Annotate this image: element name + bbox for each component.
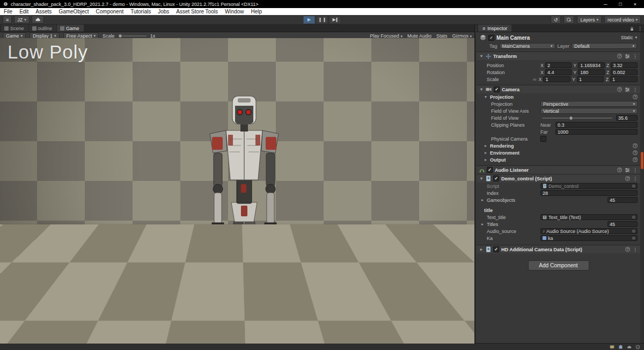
account-button[interactable]: JZ ▾ <box>14 16 30 24</box>
game-view[interactable]: Low Poly ‹ › <box>0 38 474 344</box>
gameobjects-row[interactable]: ▸ Gameobjects 45 <box>477 196 640 203</box>
foldout-icon[interactable]: ▸ <box>484 157 488 162</box>
foldout-icon[interactable]: ▾ <box>479 176 484 181</box>
object-picker-icon[interactable]: ⊙ <box>632 215 635 220</box>
rendering-foldout[interactable]: ▸ Rendering ? <box>477 142 640 149</box>
foldout-icon[interactable]: ▸ <box>484 150 488 155</box>
console-icon[interactable] <box>610 345 614 349</box>
rotation-z-field[interactable]: 0.002 <box>611 69 638 75</box>
object-picker-icon[interactable]: ⊙ <box>632 236 635 240</box>
near-field[interactable]: 0.3 <box>555 122 638 128</box>
menu-tutorials[interactable]: Tutorials <box>130 9 151 14</box>
fov-axis-dropdown[interactable]: Vertical▾ <box>540 108 638 114</box>
output-foldout[interactable]: ▸ Output ? <box>477 156 640 163</box>
mute-audio-button[interactable]: Mute Audio <box>407 33 431 39</box>
tab-scene[interactable]: Scene <box>1 25 28 32</box>
search-button[interactable] <box>564 16 574 24</box>
position-z-field[interactable]: 3.32 <box>611 62 638 68</box>
cloud-button[interactable] <box>32 16 44 24</box>
minimize-button[interactable]: ─ <box>604 2 607 7</box>
scale-z-field[interactable]: 1 <box>610 76 638 82</box>
gameobjects-size-field[interactable]: 45 <box>608 197 638 203</box>
scale-slider-knob[interactable] <box>118 34 122 38</box>
menu-edit[interactable]: Edit <box>19 9 28 14</box>
object-picker-icon[interactable]: ⊙ <box>632 229 635 234</box>
object-picker-icon[interactable]: ⊙ <box>632 184 635 188</box>
stats-button[interactable]: Stats <box>436 33 448 39</box>
audio-source-object-field[interactable]: ♪ Audio Source (Audio Source) ⊙ <box>540 228 638 234</box>
close-button[interactable]: × <box>634 2 636 7</box>
inspector-scrollbar[interactable] <box>640 32 644 344</box>
play-button[interactable]: ▶ <box>303 16 316 24</box>
static-dropdown[interactable]: Static ▾ <box>621 35 637 40</box>
fov-slider[interactable] <box>542 118 612 119</box>
fov-value-field[interactable]: 35.6 <box>616 115 638 121</box>
kebab-menu-icon[interactable]: ⋮ <box>633 247 638 252</box>
cloud-sync-icon[interactable] <box>627 345 632 349</box>
next-arrow-button[interactable]: › <box>462 323 467 338</box>
maximize-button[interactable]: □ <box>619 2 621 7</box>
foldout-icon[interactable]: ▾ <box>479 87 484 92</box>
help-icon[interactable]: ? <box>633 94 638 99</box>
audio-listener-header[interactable]: ✓ Audio Listener ?⋮ <box>477 165 640 174</box>
menu-assets[interactable]: Assets <box>35 9 52 14</box>
menu-asset-store-tools[interactable]: Asset Store Tools <box>176 9 218 14</box>
foldout-icon[interactable]: ▾ <box>484 94 488 99</box>
presets-icon[interactable] <box>625 54 630 59</box>
menu-file[interactable]: File <box>4 9 12 14</box>
undo-history-button[interactable]: ↺ <box>551 16 561 24</box>
layer-dropdown[interactable]: Default▾ <box>572 43 637 49</box>
constrain-proportions-icon[interactable]: ∞ <box>533 77 536 82</box>
help-icon[interactable]: ? <box>625 247 630 252</box>
transform-header[interactable]: ▾ Transform ?⋮ <box>477 52 640 60</box>
rotation-x-field[interactable]: 4.4 <box>545 69 572 75</box>
projection-dropdown[interactable]: Perspective▾ <box>540 101 638 107</box>
camera-enabled-checkbox[interactable]: ✓ <box>494 86 500 92</box>
prev-arrow-button[interactable]: ‹ <box>451 323 456 338</box>
position-y-field[interactable]: 1.165934 <box>578 62 604 68</box>
hd-camera-checkbox[interactable]: ✓ <box>493 246 499 252</box>
menu-help[interactable]: Help <box>251 9 262 14</box>
grid-menu-button[interactable]: ≡ <box>3 16 12 24</box>
inspector-scrollbar-marker[interactable] <box>641 152 643 169</box>
help-icon[interactable]: ? <box>633 143 638 148</box>
projection-group-row[interactable]: ▾ Projection ? <box>477 93 640 100</box>
foldout-icon[interactable]: ▸ <box>480 198 485 202</box>
hd-camera-data-header[interactable]: ▸ ✓ HD Additional Camera Data (Script) ?… <box>477 245 640 253</box>
demo-control-checkbox[interactable]: ✓ <box>493 176 499 181</box>
camera-header[interactable]: ▾ ✓ Camera ?⋮ <box>477 85 640 93</box>
text-title-object-field[interactable]: Text_title (Text) ⊙ <box>540 214 638 220</box>
gizmos-dropdown[interactable]: Gizmos ▾ <box>452 33 472 39</box>
titles-size-field[interactable]: 45 <box>608 221 638 227</box>
physical-camera-checkbox[interactable] <box>540 136 546 142</box>
index-field[interactable]: 28 <box>540 190 638 196</box>
active-checkbox[interactable]: ✓ <box>488 35 494 41</box>
scale-slider[interactable] <box>119 35 147 37</box>
far-field[interactable]: 1000 <box>555 129 638 135</box>
tab-outline[interactable]: outline <box>29 25 57 32</box>
pause-button[interactable] <box>316 16 328 24</box>
tag-dropdown[interactable]: MainCamera▾ <box>500 43 555 49</box>
position-x-field[interactable]: 2 <box>545 62 572 68</box>
layers-dropdown[interactable]: Layers ▾ <box>577 16 602 24</box>
menu-gameobject[interactable]: GameObject <box>58 9 89 14</box>
foldout-icon[interactable]: ▸ <box>480 222 485 227</box>
help-icon[interactable]: ? <box>633 157 638 162</box>
environment-foldout[interactable]: ▸ Environment ? <box>477 149 640 156</box>
scale-y-field[interactable]: 1 <box>577 76 604 82</box>
step-button[interactable]: ▶ <box>329 16 341 24</box>
ka-object-field[interactable]: ka ⊙ <box>540 235 638 241</box>
presets-icon[interactable] <box>625 87 630 92</box>
kebab-menu-icon[interactable]: ⋮ <box>638 26 642 31</box>
tab-inspector[interactable]: ≡ Inspector <box>478 25 511 32</box>
presets-icon[interactable] <box>625 167 630 173</box>
tab-game[interactable]: Game <box>57 25 84 32</box>
audio-listener-checkbox[interactable]: ✓ <box>487 167 493 173</box>
menu-jobs[interactable]: Jobs <box>158 9 169 14</box>
add-component-button[interactable]: Add Component <box>528 260 589 271</box>
foldout-icon[interactable]: ▾ <box>479 54 484 59</box>
play-focused-dropdown[interactable]: Play Focused ▾ <box>370 33 402 39</box>
foldout-icon[interactable]: ▸ <box>484 143 488 148</box>
help-icon[interactable]: ? <box>617 87 622 92</box>
help-icon[interactable]: ? <box>617 54 622 59</box>
